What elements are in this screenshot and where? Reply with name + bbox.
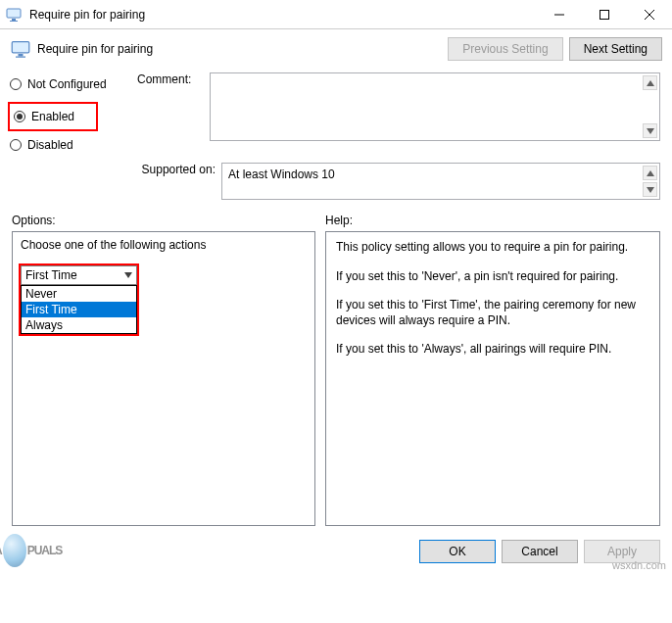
supported-on-value: At least Windows 10 [228, 168, 335, 181]
options-heading: Choose one of the following actions [13, 232, 314, 258]
highlight-enabled: Enabled [8, 102, 98, 131]
svg-marker-10 [647, 80, 654, 86]
ok-button[interactable]: OK [419, 540, 496, 563]
select-value: First Time [22, 268, 120, 282]
cancel-button[interactable]: Cancel [502, 540, 578, 563]
help-text: If you set this to 'Always', all pairing… [336, 342, 649, 358]
radio-label: Enabled [31, 110, 74, 123]
option-always[interactable]: Always [22, 317, 136, 333]
watermark-url: wsxdn.com [612, 559, 666, 571]
comment-label: Comment: [137, 72, 210, 141]
scroll-down-icon[interactable] [643, 182, 657, 197]
watermark-logo: APUALS [0, 534, 62, 567]
window-title: Require pin for pairing [27, 0, 537, 29]
option-never[interactable]: Never [22, 286, 136, 302]
chevron-down-icon [120, 272, 136, 278]
option-first-time[interactable]: First Time [22, 302, 136, 317]
radio-label: Disabled [27, 138, 73, 152]
dialog-buttons: OK Cancel Apply [0, 534, 672, 575]
svg-marker-14 [124, 272, 132, 278]
previous-setting-button[interactable]: Previous Setting [448, 37, 562, 61]
radio-icon [10, 78, 22, 90]
maximize-button[interactable] [582, 0, 627, 29]
scroll-up-icon[interactable] [643, 75, 657, 90]
action-select[interactable]: First Time [21, 265, 137, 285]
radio-icon [14, 111, 25, 122]
svg-rect-4 [600, 10, 609, 19]
radio-enabled[interactable]: Enabled [14, 108, 92, 125]
svg-marker-13 [647, 187, 654, 193]
action-select-dropdown: Never First Time Always [21, 285, 137, 334]
svg-rect-9 [16, 57, 25, 58]
comment-textbox[interactable] [210, 72, 660, 141]
radio-not-configured[interactable]: Not Configured [10, 72, 120, 96]
help-panel: This policy setting allows you to requir… [325, 231, 660, 526]
state-radio-group: Not Configured Enabled Disabled [10, 72, 120, 157]
options-panel: Choose one of the following actions Firs… [12, 231, 315, 526]
radio-disabled[interactable]: Disabled [10, 133, 120, 157]
scroll-up-icon[interactable] [643, 166, 657, 180]
svg-rect-7 [12, 42, 29, 53]
minimize-button[interactable] [537, 0, 582, 29]
policy-icon [10, 38, 31, 60]
scroll-down-icon[interactable] [643, 123, 657, 138]
help-text: This policy setting allows you to requir… [336, 240, 649, 256]
help-text: If you set this to 'Never', a pin isn't … [336, 269, 649, 285]
svg-rect-0 [7, 9, 21, 18]
help-label: Help: [325, 214, 353, 227]
svg-rect-8 [19, 54, 24, 57]
header-row: Require pin for pairing Previous Setting… [0, 29, 672, 72]
supported-on-textbox: At least Windows 10 [221, 163, 660, 200]
svg-marker-11 [647, 128, 654, 134]
radio-label: Not Configured [27, 77, 107, 91]
svg-rect-2 [10, 21, 18, 22]
policy-title: Require pin for pairing [37, 42, 448, 56]
next-setting-button[interactable]: Next Setting [569, 37, 662, 61]
svg-marker-12 [647, 170, 654, 176]
window-content: Require pin for pairing Previous Setting… [0, 29, 672, 575]
svg-rect-1 [12, 19, 16, 21]
gpedit-icon [0, 8, 27, 22]
logo-o-icon [3, 534, 26, 567]
titlebar: Require pin for pairing [0, 0, 672, 29]
radio-icon [10, 139, 22, 151]
window-controls [537, 0, 672, 29]
highlight-dropdown: First Time Never First Time Always [19, 264, 139, 336]
options-label: Options: [12, 214, 325, 227]
close-button[interactable] [627, 0, 672, 29]
help-text: If you set this to 'First Time', the pai… [336, 298, 649, 328]
supported-on-label: Supported on: [137, 163, 221, 200]
